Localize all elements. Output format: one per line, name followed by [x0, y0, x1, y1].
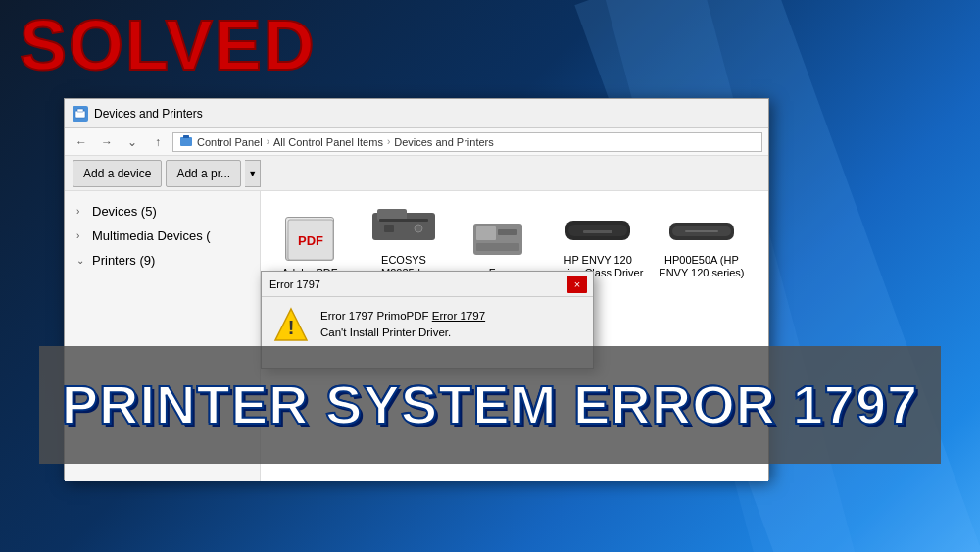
- hp00e50a-label: HP00E50A (HP ENVY 120 series): [659, 254, 744, 279]
- svg-text:PDF: PDF: [298, 233, 323, 248]
- sidebar-devices-label: Devices (5): [92, 204, 248, 219]
- chevron-right-icon-2: ›: [76, 230, 86, 241]
- banner-overlay: PRINTER SYSTEM ERROR 1797: [39, 346, 941, 464]
- address-icon: [179, 134, 193, 150]
- error-text-content: Error 1797 PrimoPDF Error 1797 Can't Ins…: [320, 308, 485, 342]
- svg-text:!: !: [288, 317, 295, 338]
- title-bar-icon: [73, 106, 88, 122]
- error-line1: Error 1797 PrimoPDF Error 1797: [320, 308, 485, 325]
- sidebar-item-devices[interactable]: › Devices (5): [65, 199, 260, 224]
- sidebar-item-printers[interactable]: ⌄ Printers (9): [65, 248, 260, 273]
- path-part3: Devices and Printers: [394, 136, 494, 148]
- printer-hp-envy-120[interactable]: HP ENVY 120 series Class Driver: [553, 201, 643, 279]
- add-device-button[interactable]: Add a device: [73, 160, 162, 187]
- path-part1: Control Panel: [197, 136, 263, 148]
- svg-point-10: [415, 225, 422, 232]
- add-printer-button[interactable]: Add a pr...: [166, 160, 241, 187]
- printer-ecosys[interactable]: ECOSYS M2035dn: [365, 201, 443, 279]
- warning-icon: !: [273, 307, 309, 342]
- ecosys-icon: [369, 201, 438, 250]
- svg-rect-8: [379, 219, 428, 222]
- title-bar: Devices and Printers: [65, 99, 768, 128]
- sidebar-printers-label: Printers (9): [92, 253, 248, 268]
- fax-icon: [464, 214, 532, 263]
- svg-rect-2: [180, 137, 192, 146]
- back-button[interactable]: ←: [71, 131, 92, 153]
- printer-row: PDF Adobe PDF: [270, 201, 759, 279]
- svg-rect-13: [498, 229, 517, 235]
- window-title: Devices and Printers: [94, 107, 203, 121]
- sidebar-item-multimedia[interactable]: › Multimedia Devices (: [65, 224, 260, 248]
- error-body: ! Error 1797 PrimoPDF Error 1797 Can't I…: [262, 297, 593, 352]
- error-close-button[interactable]: ×: [567, 276, 587, 293]
- svg-rect-17: [583, 230, 612, 233]
- error-title-text: Error 1797: [270, 278, 320, 290]
- svg-rect-14: [476, 243, 519, 251]
- svg-rect-12: [476, 226, 496, 240]
- path-sep1: ›: [267, 136, 270, 147]
- add-printer-dropdown[interactable]: ▼: [245, 160, 261, 187]
- svg-rect-9: [384, 225, 394, 232]
- up-button[interactable]: ↑: [147, 131, 169, 153]
- error-line2: Can't Install Printer Driver.: [320, 325, 485, 341]
- solved-label: SOLVED: [20, 10, 317, 80]
- svg-rect-3: [183, 135, 189, 138]
- error-title-bar: Error 1797 ×: [262, 272, 593, 297]
- banner-text: PRINTER SYSTEM ERROR 1797: [62, 377, 919, 432]
- forward-button[interactable]: →: [96, 131, 118, 153]
- toolbar: Add a device Add a pr... ▼: [65, 156, 768, 191]
- path-part2: All Control Panel Items: [273, 136, 383, 148]
- svg-rect-20: [685, 230, 718, 232]
- sidebar-multimedia-label: Multimedia Devices (: [92, 228, 248, 243]
- svg-rect-1: [77, 109, 83, 112]
- hp00e50a-icon: [667, 201, 736, 250]
- dropdown-button[interactable]: ⌄: [122, 131, 143, 153]
- address-bar: ← → ⌄ ↑ Control Panel › All Control Pane…: [65, 128, 768, 156]
- chevron-down-icon: ⌄: [76, 255, 86, 266]
- chevron-right-icon: ›: [76, 206, 86, 217]
- adobe-pdf-icon: PDF: [275, 214, 344, 263]
- address-path[interactable]: Control Panel › All Control Panel Items …: [172, 132, 762, 152]
- printer-hp00e50a[interactable]: HP00E50A (HP ENVY 120 series): [659, 201, 744, 279]
- hp-envy-120-icon: [564, 201, 632, 250]
- path-sep2: ›: [387, 136, 390, 147]
